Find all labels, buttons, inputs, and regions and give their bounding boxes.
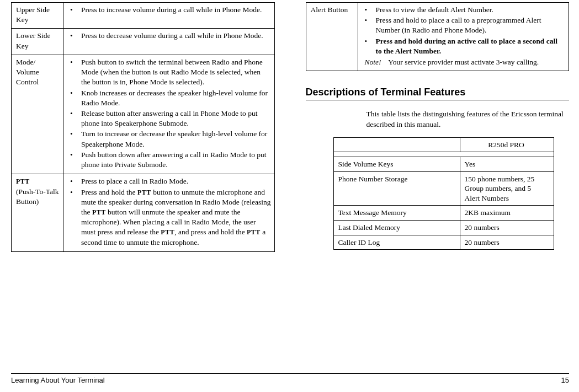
features-header-model: R250d PRO	[460, 137, 554, 152]
bullet-item: Press to view the default Alert Number.	[363, 5, 566, 15]
row-label: Mode/Volume Control	[12, 55, 63, 174]
feature-value: Yes	[460, 157, 554, 172]
bullet-item: Push button down after answering a call …	[68, 150, 271, 170]
bullet-item: Release button after answering a call in…	[68, 109, 271, 128]
bullet-item: Press to place a call in Radio Mode.	[68, 176, 271, 186]
section-rule	[306, 100, 570, 100]
row-content: Press to increase volume during a call w…	[63, 3, 275, 29]
feature-name: Last Dialed Memory	[333, 221, 460, 235]
row-content: Press to decrease volume during a call w…	[63, 29, 275, 55]
left-column: Upper Side KeyPress to increase volume d…	[11, 2, 275, 252]
feature-name: Text Message Memory	[333, 206, 460, 221]
bullet-item: Press and hold the PTT button to unmute …	[68, 187, 271, 248]
page-footer: Learning About Your Terminal 15	[11, 373, 569, 384]
table-row: Text Message Memory2KB maximum	[333, 206, 554, 221]
bullet-item: Press to increase volume during a call w…	[68, 5, 271, 15]
bullet-list: Push button to switch the terminal betwe…	[68, 57, 271, 170]
table-row: Upper Side KeyPress to increase volume d…	[12, 3, 275, 29]
section-title: Descriptions of Terminal Features	[306, 87, 570, 98]
table-row: Lower Side KeyPress to decrease volume d…	[12, 29, 275, 55]
feature-value: 20 numbers	[460, 221, 554, 235]
row-label: PTT(Push-To-Talk Button)	[12, 174, 63, 252]
bullet-item: Press and hold to place a call to a prep…	[363, 15, 566, 35]
table-row: Last Dialed Memory20 numbers	[333, 221, 554, 235]
row-content: Push button to switch the terminal betwe…	[63, 55, 275, 174]
feature-name: Phone Number Storage	[333, 171, 460, 206]
bullet-list: Press to view the default Alert Number.P…	[363, 5, 566, 56]
feature-value: 2KB maximum	[460, 206, 554, 221]
bullet-item: Knob increases or decreases the speaker …	[68, 88, 271, 108]
table-row: Caller ID Log20 numbers	[333, 235, 554, 250]
table-row: Alert ButtonPress to view the default Al…	[306, 3, 569, 71]
feature-name: Side Volume Keys	[333, 157, 460, 172]
feature-value: 150 phone numbers, 25 Group numbers, and…	[460, 171, 554, 206]
features-table: R250d PRO Side Volume KeysYesPhone Numbe…	[333, 137, 554, 250]
table-row: Mode/Volume ControlPush button to switch…	[12, 55, 275, 174]
feature-value: 20 numbers	[460, 235, 554, 250]
bullet-item: Press to decrease volume during a call w…	[68, 31, 271, 41]
bullet-list: Press to place a call in Radio Mode.Pres…	[68, 176, 271, 248]
row-label: Upper Side Key	[12, 3, 63, 29]
bullet-item: Press and hold during an active call to …	[363, 36, 566, 56]
bullet-list: Press to increase volume during a call w…	[68, 5, 271, 15]
row-content: Press to view the default Alert Number.P…	[358, 3, 569, 71]
row-content: Press to place a call in Radio Mode.Pres…	[63, 174, 275, 252]
right-column: Alert ButtonPress to view the default Al…	[306, 2, 570, 252]
bullet-item: Push button to switch the terminal betwe…	[68, 57, 271, 88]
controls-table-right: Alert ButtonPress to view the default Al…	[306, 2, 570, 71]
footer-right: 15	[561, 376, 569, 384]
note: Note! Your service provider must activat…	[363, 57, 566, 67]
controls-table-left: Upper Side KeyPress to increase volume d…	[11, 2, 275, 252]
row-label: Lower Side Key	[12, 29, 63, 55]
table-row: Phone Number Storage150 phone numbers, 2…	[333, 171, 554, 206]
features-header-empty	[333, 137, 460, 152]
table-row: Side Volume KeysYes	[333, 157, 554, 172]
row-label: Alert Button	[306, 3, 358, 71]
bullet-list: Press to decrease volume during a call w…	[68, 31, 271, 41]
table-row: PTT(Push-To-Talk Button)Press to place a…	[12, 174, 275, 252]
footer-left: Learning About Your Terminal	[11, 376, 105, 384]
feature-name: Caller ID Log	[333, 235, 460, 250]
section-intro: This table lists the distinguishing feat…	[366, 109, 570, 129]
bullet-item: Turn to increase or decrease the speaker…	[68, 129, 271, 149]
